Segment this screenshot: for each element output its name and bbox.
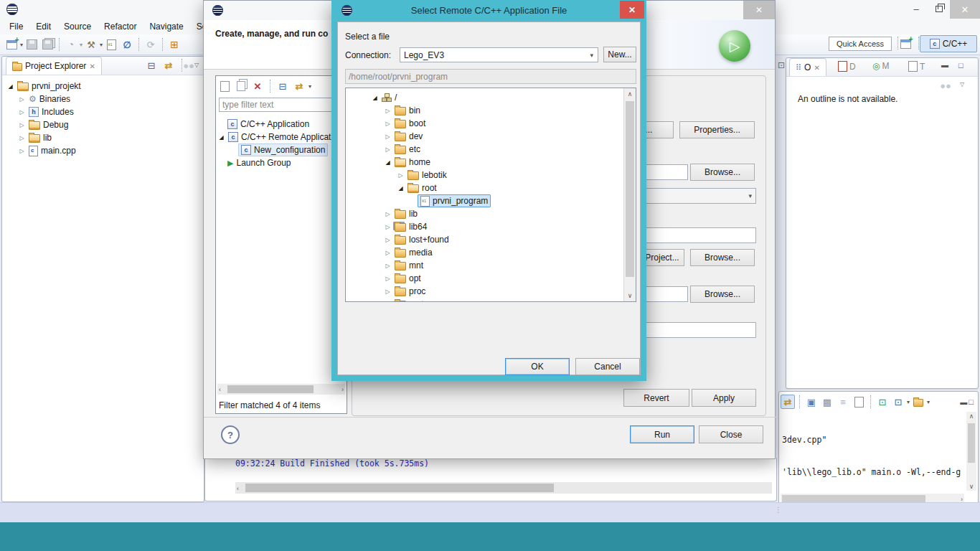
chevron-collapsed-icon[interactable]: ▷	[384, 146, 392, 153]
collapse-all-button[interactable]: ⊟	[144, 58, 159, 72]
chevron-collapsed-icon[interactable]: ▷	[384, 263, 392, 269]
browse-button-1[interactable]: Browse...	[690, 164, 755, 181]
view-menu-dots-icon[interactable]: ●●	[182, 58, 196, 72]
new-console-dropdown[interactable]: ▾	[927, 399, 930, 405]
clear-console-button[interactable]	[852, 395, 866, 409]
open-perspective-button[interactable]	[898, 37, 913, 51]
filter-launch-button[interactable]: ⇄	[292, 79, 306, 93]
tab-close-icon[interactable]: ✕	[89, 62, 95, 70]
relaunch-button[interactable]: ⟳	[143, 37, 158, 52]
chevron-expanded-icon[interactable]: ◢	[397, 185, 405, 192]
chevron-collapsed-icon[interactable]: ▷	[384, 133, 392, 140]
save-button[interactable]	[24, 37, 39, 52]
minimize-view-icon[interactable]: ▬	[941, 61, 948, 69]
menu-source[interactable]: Source	[57, 22, 98, 32]
tree-item-includes[interactable]: ▷ h Includes	[18, 105, 74, 118]
word-wrap-button[interactable]: ≡	[836, 395, 850, 409]
tree-item-proc[interactable]: ▷ proc	[384, 285, 425, 298]
tree-item-prvni-projekt[interactable]: ◢ prvni_projekt	[6, 80, 81, 93]
config-item-cpp-remote[interactable]: ◢ c C/C++ Remote Application	[217, 131, 342, 143]
chevron-collapsed-icon[interactable]: ▷	[397, 172, 405, 179]
profile-button[interactable]: ◔	[64, 37, 78, 52]
profile-dropdown[interactable]: ▾	[80, 42, 83, 48]
help-button[interactable]: ?	[221, 425, 240, 444]
chevron-collapsed-icon[interactable]: ▷	[384, 237, 392, 243]
apply-button[interactable]: Apply	[692, 389, 756, 407]
restore-editor-icon[interactable]: ⊡	[778, 60, 785, 70]
tree-item-lib64[interactable]: ▷ lib64	[384, 220, 427, 233]
view-menu-button[interactable]: ▽	[960, 81, 964, 88]
tab-documents[interactable]: D	[838, 61, 856, 72]
build-dropdown[interactable]: ▾	[100, 42, 103, 48]
tree-item-debug[interactable]: ▷ Debug	[18, 118, 68, 131]
chevron-collapsed-icon[interactable]: ▷	[384, 301, 392, 303]
close-dialog-button[interactable]: Close	[699, 425, 763, 443]
tree-item-mnt[interactable]: ▷ mnt	[384, 259, 423, 272]
open-console-dropdown[interactable]: ▾	[907, 399, 910, 405]
chevron-expanded-icon[interactable]: ◢	[384, 159, 392, 166]
tree-item-prvni-program[interactable]: prvni_program	[418, 194, 491, 207]
chevron-collapsed-icon[interactable]: ▷	[18, 109, 26, 116]
pin-console-button[interactable]: ▣	[804, 395, 819, 409]
statusbar-drag-handle[interactable]: ⋮	[775, 506, 782, 514]
view-menu-button[interactable]: ▽	[194, 62, 199, 68]
tree-item-root-partial[interactable]: ▷ root	[384, 298, 424, 302]
tree-item-bin[interactable]: ▷ bin	[384, 104, 420, 117]
new-connection-button[interactable]: New...	[603, 47, 636, 62]
menu-file[interactable]: File	[3, 22, 29, 32]
config-item-new-configuration[interactable]: c New_configuration	[238, 143, 328, 156]
link-with-editor-button[interactable]: ⇄	[781, 395, 795, 409]
quick-access-box[interactable]: Quick Access	[829, 37, 892, 51]
display-selected-console-button[interactable]: ⊡	[875, 395, 890, 409]
perspective-cpp-button[interactable]: c C/C++	[920, 35, 977, 52]
new-wizard-dropdown[interactable]: ▾	[20, 42, 23, 48]
config-list-hscrollbar[interactable]: ‹ ›	[217, 384, 345, 395]
selected-path-field[interactable]	[345, 69, 636, 84]
tree-item-root-slash[interactable]: ◢ /	[371, 91, 397, 104]
properties-button[interactable]: Properties...	[679, 121, 755, 138]
tab-task-list[interactable]: T	[908, 61, 925, 72]
tab-close-icon[interactable]: ✕	[814, 64, 819, 72]
tree-item-opt[interactable]: ▷ opt	[384, 272, 421, 285]
filter-dropdown[interactable]: ▾	[308, 83, 311, 90]
open-console-button[interactable]: ⊡	[891, 395, 905, 409]
menu-edit[interactable]: Edit	[29, 22, 57, 32]
filter-input[interactable]	[219, 98, 342, 112]
tree-item-lib[interactable]: ▷ lib	[384, 207, 418, 220]
tree-item-lost-found[interactable]: ▷ lost+found	[384, 233, 449, 246]
view-menu-dots-icon[interactable]: ●●	[938, 78, 953, 93]
console-vscrollbar[interactable]: ∧ ∨	[966, 412, 976, 491]
chevron-collapsed-icon[interactable]: ▷	[384, 288, 392, 295]
chevron-collapsed-icon[interactable]: ▷	[18, 148, 26, 154]
scroll-lock-button[interactable]: ▩	[820, 395, 834, 409]
config-item-launch-group[interactable]: ▶ Launch Group	[227, 156, 291, 169]
chevron-collapsed-icon[interactable]: ▷	[384, 211, 392, 217]
close-button[interactable]: ✕	[950, 0, 980, 19]
tree-item-lib[interactable]: ▷ lib	[18, 131, 52, 144]
config-item-cpp-application[interactable]: c C/C++ Application	[227, 118, 309, 131]
minimize-view-icon[interactable]: ▬	[960, 398, 967, 406]
menu-navigate[interactable]: Navigate	[143, 22, 189, 32]
dialog-close-button[interactable]: ✕	[743, 1, 775, 19]
chevron-collapsed-icon[interactable]: ▷	[18, 96, 26, 103]
new-config-button[interactable]	[217, 79, 232, 93]
chevron-collapsed-icon[interactable]: ▷	[384, 108, 392, 114]
tree-item-etc[interactable]: ▷ etc	[384, 143, 420, 156]
save-all-button[interactable]	[40, 37, 55, 52]
tree-item-lebotik[interactable]: ▷ lebotik	[397, 169, 447, 182]
connection-combo[interactable]: Lego_EV3 ▾	[400, 47, 598, 62]
tree-vscrollbar[interactable]: ∧ ∨	[623, 88, 636, 301]
chevron-expanded-icon[interactable]: ◢	[6, 83, 14, 90]
maximize-view-icon[interactable]: □	[958, 61, 963, 70]
new-wizard-button[interactable]	[4, 37, 19, 52]
tab-outline[interactable]: ⠿ O ✕	[789, 58, 826, 76]
tab-project-explorer[interactable]: Project Explorer ✕	[6, 57, 102, 75]
revert-button[interactable]: Revert	[623, 389, 689, 407]
tree-item-dev[interactable]: ▷ dev	[384, 130, 423, 143]
tree-item-binaries[interactable]: ▷ ⚙ Binaries	[18, 93, 70, 105]
tree-item-media[interactable]: ▷ media	[384, 246, 433, 259]
chevron-collapsed-icon[interactable]: ▷	[18, 135, 26, 141]
tree-item-main-cpp[interactable]: ▷ main.cpp	[18, 144, 76, 157]
tab-make-target[interactable]: ◎ M	[872, 61, 889, 71]
chevron-collapsed-icon[interactable]: ▷	[18, 122, 26, 128]
